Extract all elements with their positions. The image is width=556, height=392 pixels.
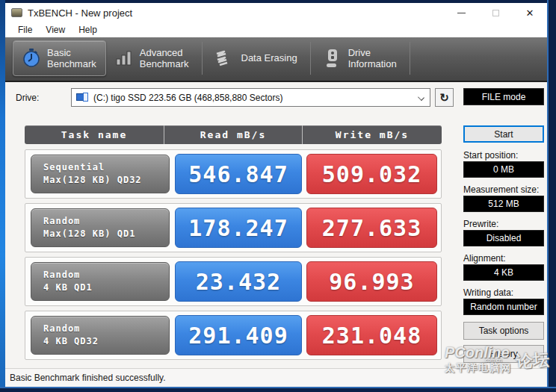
menu-view[interactable]: View — [39, 23, 72, 37]
minimize-button[interactable] — [444, 3, 478, 22]
toolbar-separator — [202, 42, 203, 75]
menu-bar: File View Help — [5, 22, 547, 37]
desktop-edge-right — [547, 0, 556, 392]
tab-label: BasicBenchmark — [47, 47, 96, 70]
drive-label: Drive: — [16, 93, 39, 103]
header-write: Write mB/s — [303, 125, 442, 144]
header-read: Read mB/s — [164, 125, 303, 144]
measurement-size-value[interactable]: 512 MB — [463, 196, 544, 212]
write-value: 509.032 — [306, 154, 437, 194]
toolbar-separator — [310, 42, 311, 75]
bar-chart-icon — [115, 49, 133, 67]
task-name-button[interactable]: SequentialMax(128 KB) QD32 — [31, 155, 170, 193]
tab-data-erasing[interactable]: Data Erasing — [206, 40, 306, 76]
desktop-edge-left — [0, 0, 5, 392]
writing-data-value[interactable]: Random number — [463, 299, 544, 315]
write-value: 96.993 — [306, 261, 437, 302]
status-bar: Basic Benchmark finished successfully. — [5, 368, 547, 387]
table-header: Task name Read mB/s Write mB/s — [25, 125, 442, 144]
drive-selected-value: (C:) tigo SSD 223.56 GB (468,858,880 Sec… — [93, 93, 282, 103]
menu-file[interactable]: File — [11, 23, 39, 37]
write-value: 277.633 — [306, 208, 437, 248]
drive-icon — [76, 93, 89, 102]
measurement-size-label: Measurement size: — [463, 184, 539, 195]
read-value: 546.847 — [175, 154, 302, 194]
tab-drive-information[interactable]: DriveInformation — [315, 40, 406, 76]
tab-label: Data Erasing — [241, 52, 297, 63]
chevron-down-icon — [418, 94, 424, 101]
write-value: 231.048 — [306, 315, 437, 355]
task-name-button[interactable]: RandomMax(128 KB) QD1 — [31, 208, 170, 247]
read-value: 23.432 — [175, 261, 302, 302]
start-position-label: Start position: — [463, 150, 518, 161]
read-value: 178.247 — [175, 208, 302, 248]
window-title: TxBENCH - New project — [28, 7, 132, 19]
writing-data-label: Writing data: — [463, 287, 513, 298]
file-mode-button[interactable]: FILE mode — [463, 88, 544, 105]
toolbar: BasicBenchmark AdvancedBenchmark — [5, 37, 547, 82]
alignment-label: Alignment: — [463, 253, 506, 264]
title-bar: TxBENCH - New project ✕ — [5, 3, 547, 22]
drive-select[interactable]: (C:) tigo SSD 223.56 GB (468,858,880 Sec… — [71, 88, 430, 107]
prewrite-value[interactable]: Disabled — [463, 230, 544, 246]
prewrite-label: Prewrite: — [463, 219, 498, 229]
table-row: Random4 KB QD1 23.432 96.993 — [25, 257, 442, 306]
table-row: SequentialMax(128 KB) QD32 546.847 509.0… — [25, 149, 442, 199]
task-name-button[interactable]: Random4 KB QD1 — [31, 262, 170, 301]
read-value: 291.409 — [175, 315, 302, 355]
drive-info-icon — [324, 49, 342, 68]
table-row: Random4 KB QD32 291.409 231.048 — [25, 311, 442, 360]
start-button[interactable]: Start — [463, 125, 544, 143]
start-position-value[interactable]: 0 MB — [463, 161, 544, 178]
app-window: TxBENCH - New project ✕ File View Help — [5, 3, 547, 387]
menu-help[interactable]: Help — [72, 23, 104, 37]
task-name-button[interactable]: Random4 KB QD32 — [31, 316, 170, 355]
table-row: RandomMax(128 KB) QD1 178.247 277.633 — [25, 203, 442, 252]
app-icon — [11, 8, 22, 17]
alignment-value[interactable]: 4 KB — [463, 264, 544, 281]
header-task-name: Task name — [25, 125, 164, 144]
stopwatch-icon — [22, 49, 40, 68]
maximize-button[interactable] — [478, 3, 513, 22]
close-button[interactable]: ✕ — [513, 3, 547, 22]
tab-advanced-benchmark[interactable]: AdvancedBenchmark — [106, 40, 198, 76]
toolbar-separator — [410, 42, 410, 75]
erase-waves-icon — [215, 50, 235, 66]
tab-label: AdvancedBenchmark — [140, 47, 189, 70]
desktop-edge-bottom — [0, 387, 556, 392]
task-options-button[interactable]: Task options — [463, 322, 544, 340]
status-text: Basic Benchmark finished successfully. — [10, 373, 166, 383]
tab-basic-benchmark[interactable]: BasicBenchmark — [13, 40, 106, 76]
refresh-drives-button[interactable]: ↻ — [435, 88, 454, 107]
history-button[interactable]: History — [463, 345, 544, 363]
tab-label: DriveInformation — [348, 47, 397, 70]
